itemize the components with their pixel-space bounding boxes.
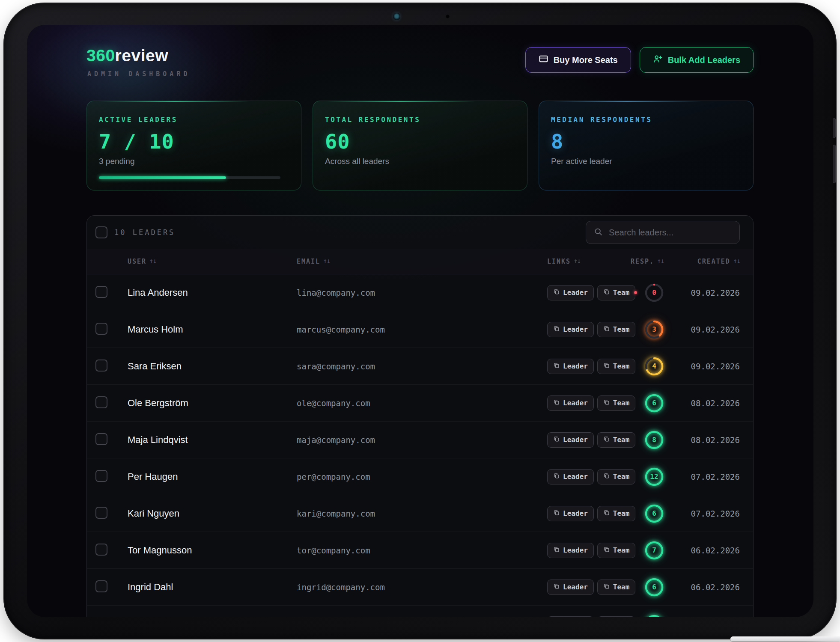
response-count-ring: 8 [644, 430, 664, 450]
copy-team-link-button[interactable]: Team [597, 395, 636, 411]
leader-link-label: Leader [563, 288, 588, 297]
copy-icon [553, 436, 560, 444]
row-checkbox[interactable] [95, 580, 107, 592]
credit-card-icon [539, 54, 548, 66]
row-checkbox[interactable] [95, 396, 107, 408]
leader-link-label: Leader [563, 399, 588, 407]
sort-icon: ↑↓ [323, 259, 330, 265]
user-name: Kari Nguyen [128, 508, 297, 519]
bulk-add-leaders-button[interactable]: Bulk Add Leaders [640, 47, 754, 73]
copy-icon [603, 436, 610, 444]
power-button [833, 145, 836, 183]
copy-icon [603, 509, 610, 517]
copy-leader-link-button[interactable]: Leader [547, 506, 594, 521]
copy-leader-link-button[interactable]: Leader [547, 432, 594, 448]
created-date: 09.02.2026 [678, 362, 753, 371]
row-checkbox[interactable] [95, 433, 107, 445]
table-row: Lina Andersen lina@company.com Leader Te… [87, 274, 753, 311]
copy-team-link-button[interactable]: Team [597, 359, 636, 374]
logo-rest: review [115, 46, 168, 65]
copy-leader-link-button[interactable]: Leader [547, 543, 594, 558]
stylus [730, 636, 840, 641]
response-count-ring: 0 [644, 282, 664, 303]
created-date: 09.02.2026 [678, 325, 753, 334]
search-box[interactable] [586, 221, 740, 244]
copy-team-link-button[interactable]: Team [597, 285, 636, 300]
copy-team-link-button[interactable]: Team [597, 616, 636, 618]
stat-card-median-respondents: MEDIAN RESPONDENTS 8 Per active leader [539, 101, 754, 190]
team-link-label: Team [613, 473, 630, 481]
response-count-ring: 4 [644, 356, 664, 377]
app-logo: 360review [86, 46, 168, 65]
row-checkbox[interactable] [95, 544, 107, 556]
column-resp[interactable]: RESP.↑↓ [631, 258, 678, 265]
leader-link-label: Leader [563, 509, 588, 517]
copy-team-link-button[interactable]: Team [597, 432, 636, 448]
user-plus-icon [653, 54, 663, 66]
row-checkbox[interactable] [95, 507, 107, 519]
zero-response-dot [634, 291, 637, 294]
copy-team-link-button[interactable]: Team [597, 543, 636, 558]
copy-icon [553, 583, 560, 591]
user-email: ole@company.com [297, 398, 547, 408]
team-link-label: Team [613, 583, 630, 591]
user-email: marcus@company.com [297, 325, 547, 334]
copy-leader-link-button[interactable]: Leader [547, 616, 594, 618]
copy-team-link-button[interactable]: Team [597, 506, 636, 521]
row-checkbox[interactable] [95, 360, 107, 372]
column-created[interactable]: CREATED↑↓ [678, 258, 753, 265]
copy-icon [603, 583, 610, 591]
stat-value: 8 [551, 130, 741, 153]
table-row: Leader Team [87, 606, 753, 617]
panel-header: 10 LEADERS [87, 216, 753, 249]
column-user[interactable]: USER↑↓ [128, 258, 297, 265]
user-name: Lina Andersen [128, 287, 297, 298]
response-count-ring: 7 [644, 540, 664, 561]
copy-team-link-button[interactable]: Team [597, 322, 636, 337]
stat-subtext: Across all leaders [325, 157, 515, 166]
select-all-checkbox[interactable] [95, 226, 107, 238]
created-date: 09.02.2026 [678, 288, 753, 297]
user-email: maja@company.com [297, 435, 547, 445]
row-checkbox[interactable] [95, 323, 107, 335]
created-date: 07.02.2026 [678, 472, 753, 482]
copy-team-link-button[interactable]: Team [597, 469, 636, 484]
copy-leader-link-button[interactable]: Leader [547, 395, 594, 411]
response-count-ring: 6 [644, 503, 664, 524]
sort-icon: ↑↓ [573, 259, 580, 265]
created-date: 08.02.2026 [678, 435, 753, 445]
column-links[interactable]: LINKS↑↓ [547, 258, 631, 265]
table-row: Ole Bergström ole@company.com Leader Tea… [87, 385, 753, 422]
copy-leader-link-button[interactable]: Leader [547, 285, 594, 300]
row-checkbox[interactable] [95, 617, 107, 618]
table-row: Tor Magnusson tor@company.com Leader Tea… [87, 532, 753, 569]
copy-icon [553, 509, 560, 517]
table-row: Maja Lindqvist maja@company.com Leader T… [87, 422, 753, 458]
response-count: 4 [644, 356, 664, 377]
row-checkbox[interactable] [95, 470, 107, 482]
copy-icon [603, 546, 610, 554]
user-email: per@company.com [297, 472, 547, 482]
copy-team-link-button[interactable]: Team [597, 580, 636, 595]
leaders-count-label: 10 LEADERS [114, 228, 175, 237]
front-camera [393, 13, 400, 20]
column-email[interactable]: EMAIL↑↓ [297, 258, 547, 265]
buy-more-seats-label: Buy More Seats [554, 55, 618, 65]
copy-leader-link-button[interactable]: Leader [547, 359, 594, 374]
team-link-label: Team [613, 399, 630, 407]
copy-leader-link-button[interactable]: Leader [547, 469, 594, 484]
row-checkbox[interactable] [95, 286, 107, 298]
created-date: 06.02.2026 [678, 583, 753, 592]
search-input[interactable] [608, 227, 732, 238]
table-row: Per Haugen per@company.com Leader Team [87, 458, 753, 495]
response-count: 6 [644, 393, 664, 413]
response-count: 7 [644, 540, 664, 561]
stat-card-total-respondents: TOTAL RESPONDENTS 60 Across all leaders [313, 101, 527, 190]
table-row: Sara Eriksen sara@company.com Leader Tea… [87, 348, 753, 385]
buy-more-seats-button[interactable]: Buy More Seats [525, 47, 631, 73]
copy-leader-link-button[interactable]: Leader [547, 322, 594, 337]
stat-value: 60 [325, 130, 515, 153]
stat-value: 7 / 10 [99, 130, 289, 153]
table-row: Kari Nguyen kari@company.com Leader Team [87, 495, 753, 532]
copy-leader-link-button[interactable]: Leader [547, 580, 594, 595]
